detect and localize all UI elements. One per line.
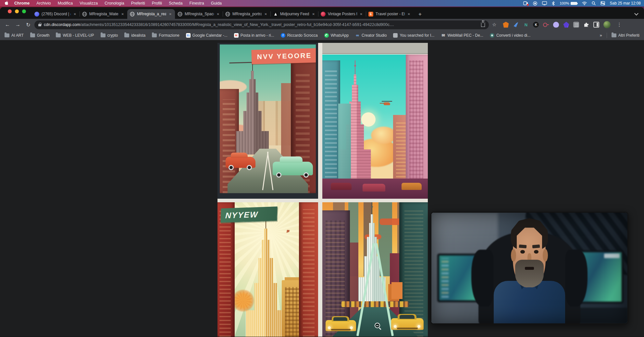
close-tab-icon[interactable]: ✕ <box>359 12 363 17</box>
cloud-extension-icon[interactable] <box>553 22 559 28</box>
close-tab-icon[interactable]: ✕ <box>264 12 268 17</box>
tab-etsy[interactable]: E Travel poster - Etsy IT ✕ <box>366 9 414 19</box>
car <box>363 184 385 192</box>
discord-favicon <box>34 12 39 17</box>
side-panel-icon[interactable] <box>593 22 599 28</box>
tab-space-adventure[interactable]: MRregista_Space_Advent ✕ <box>175 9 223 19</box>
profile-avatar[interactable] <box>603 21 611 28</box>
menu-scheda[interactable]: Scheda <box>169 1 182 6</box>
menu-cronologia[interactable]: Cronologia <box>105 1 124 6</box>
wifi-icon[interactable] <box>582 2 587 5</box>
bookmark-folder-growth[interactable]: Growth <box>30 33 50 38</box>
battery-indicator[interactable]: 100% <box>560 1 577 5</box>
close-tab-icon[interactable]: ✕ <box>312 12 316 17</box>
bluetooth-icon[interactable] <box>552 1 555 6</box>
apple-logo-icon[interactable] <box>5 1 8 6</box>
divider <box>607 33 607 38</box>
bookmark-gmail-inbox[interactable]: MPosta in arrivo - ri... <box>234 33 274 38</box>
menu-clock[interactable]: Sab 25 mar 12:08 <box>610 1 641 6</box>
poster-top-right[interactable] <box>322 43 428 199</box>
display-icon[interactable] <box>542 1 547 5</box>
tab-watercolor[interactable]: MRregista_Watercolor_Pa ✕ <box>80 9 127 19</box>
extensions-row: N K 6 ⋮ <box>503 21 624 28</box>
tab-discord[interactable]: (2765) Discord | @Midjou ✕ <box>32 9 80 19</box>
bookmark-label: Converti i video di... <box>496 33 530 38</box>
empire-state-building <box>246 213 286 337</box>
folder-icon <box>101 33 105 37</box>
address-bar[interactable]: cdn.discordapp.com/attachments/101351233… <box>34 20 489 29</box>
metamask-extension-icon[interactable] <box>503 22 509 28</box>
menu-modifica[interactable]: Modifica <box>58 1 73 6</box>
bookmark-creator-studio[interactable]: ∞Creator Studio <box>355 33 387 38</box>
bookmark-star-icon[interactable]: ☆ <box>491 22 498 28</box>
folder-icon <box>5 33 9 37</box>
bookmark-folder-idealista[interactable]: idealista <box>124 33 145 38</box>
tab-realistic-view-active[interactable]: MRregista_a_realistic_vie ✕ <box>127 9 175 19</box>
bookmark-folder-web-level-up[interactable]: WEB - LEVEL-UP <box>56 33 94 38</box>
extensions-puzzle-icon[interactable] <box>583 22 589 28</box>
close-tab-icon[interactable]: ✕ <box>216 12 220 17</box>
poster-bottom-left[interactable]: NYYEW <box>217 202 318 337</box>
bookmark-webmail-pec[interactable]: ✉WebMail PEC - De... <box>441 33 483 38</box>
bookmark-converti-video[interactable]: Converti i video di... <box>490 33 530 38</box>
grid-extension-icon[interactable] <box>573 22 579 28</box>
bookmark-other-favorites[interactable]: Altri Preferiti <box>612 33 639 38</box>
menu-guida[interactable]: Guida <box>211 1 222 6</box>
close-tab-icon[interactable]: ✕ <box>121 12 125 17</box>
control-center-icon[interactable] <box>601 1 605 5</box>
midjourney-image-grid[interactable]: NVV YEOORE <box>217 43 428 337</box>
menu-visualizza[interactable]: Visualizza <box>80 1 98 6</box>
menu-finestra[interactable]: Finestra <box>190 1 204 6</box>
bookmark-you-searched[interactable]: You searched for I... <box>393 33 434 38</box>
bookmark-label: Riccardo Scrocca <box>287 33 318 38</box>
password-key-extension-icon[interactable] <box>543 22 549 28</box>
forward-button[interactable]: → <box>14 20 22 29</box>
bookmarks-overflow-icon[interactable]: » <box>600 33 602 38</box>
bookmark-label: Creator Studio <box>362 33 387 38</box>
menu-profili[interactable]: Profili <box>152 1 162 6</box>
midjourney-favicon <box>273 12 278 17</box>
k-extension-icon[interactable]: K <box>533 22 539 28</box>
bookmark-folder-formazione[interactable]: Formazione <box>152 33 179 38</box>
poster-sign-text: NVV YEOORE <box>257 52 312 61</box>
close-window-button[interactable] <box>8 9 12 13</box>
purple-extension-icon[interactable]: 6 <box>563 22 569 28</box>
poster-artwork: NYYEW <box>217 202 318 337</box>
tab-portrait[interactable]: MRregista_portrait_on_a_ ✕ <box>223 9 270 19</box>
chevron-down-icon[interactable] <box>635 11 638 15</box>
close-tab-icon[interactable]: ✕ <box>168 12 172 17</box>
chrome-menu-icon[interactable]: ⋮ <box>615 22 624 28</box>
n-extension-icon[interactable]: N <box>523 22 529 28</box>
bookmark-folder-ai-art[interactable]: AI ART <box>5 33 24 38</box>
menu-preferiti[interactable]: Preferiti <box>131 1 145 6</box>
menu-archivio[interactable]: Archivio <box>36 1 51 6</box>
reload-button[interactable]: ↻ <box>24 20 32 29</box>
close-tab-icon[interactable]: ✕ <box>73 12 77 17</box>
whatsapp-icon <box>324 33 329 38</box>
bookmark-facebook-profile[interactable]: fRiccardo Scrocca <box>281 33 318 38</box>
new-tab-button[interactable]: + <box>415 10 425 19</box>
stop-circle-icon[interactable] <box>533 1 537 6</box>
close-tab-icon[interactable]: ✕ <box>407 12 411 17</box>
spotlight-search-icon[interactable] <box>592 1 596 5</box>
bookmark-whatsapp[interactable]: WhatsApp <box>324 33 349 38</box>
poster-top-left[interactable]: NVV YEOORE <box>217 43 318 199</box>
tab-midjourney-feed[interactable]: Midjourney Feed ✕ <box>270 9 318 19</box>
menu-chrome[interactable]: Chrome <box>14 1 30 6</box>
bookmark-folder-crypto[interactable]: crypto <box>101 33 118 38</box>
minimize-window-button[interactable] <box>15 9 19 13</box>
poster-bottom-right[interactable] <box>322 202 428 337</box>
converter-icon <box>490 33 494 38</box>
bookmark-google-calendar[interactable]: 31Google Calendar -... <box>186 33 228 38</box>
feather-extension-icon[interactable] <box>513 22 519 28</box>
tab-label: Midjourney Feed <box>280 12 309 16</box>
tab-vintage-posters[interactable]: Vintage Posters for Sale | ✕ <box>318 9 366 19</box>
etsy-favicon: E <box>368 12 373 17</box>
left-building <box>322 60 340 199</box>
fullscreen-window-button[interactable] <box>22 9 26 13</box>
share-icon[interactable] <box>481 22 485 27</box>
yellow-taxi <box>326 320 356 331</box>
screen-record-icon[interactable] <box>523 1 528 5</box>
tab-label: MRregista_Watercolor_Pa <box>89 12 118 16</box>
back-button[interactable]: ← <box>3 20 12 29</box>
